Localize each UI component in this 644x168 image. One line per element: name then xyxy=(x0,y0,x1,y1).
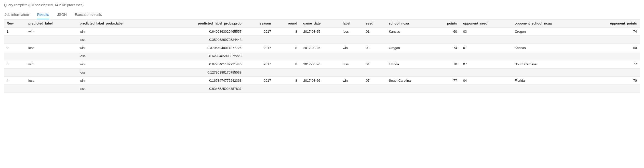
cell-empty xyxy=(584,52,640,60)
tab-execution-details[interactable]: Execution details xyxy=(74,10,102,19)
cell-seed: 04 xyxy=(363,60,386,68)
cell-round: 8 xyxy=(274,60,300,68)
cell-school-ncaa: Florida xyxy=(386,60,433,68)
cell-empty xyxy=(274,85,300,93)
cell-opponent-seed: 03 xyxy=(460,28,512,36)
tab-results[interactable]: Results xyxy=(37,10,50,19)
cell-season: 2017 xyxy=(245,28,274,36)
cell-predicted-label: loss xyxy=(25,44,76,52)
cell-opponent-points: 60 xyxy=(584,44,640,52)
cell-empty xyxy=(460,68,512,77)
cell-empty xyxy=(512,85,584,93)
cell-prob-label: loss xyxy=(77,36,161,44)
cell-season: 2017 xyxy=(245,77,274,85)
cell-empty xyxy=(4,36,25,44)
table-row: 3winwin0.8720461182921446201782017-03-26… xyxy=(4,60,640,68)
col-opponent-school-ncaa: opponent_school_ncaa xyxy=(512,19,584,28)
cell-opponent-points: 70 xyxy=(584,77,640,85)
cell-empty xyxy=(340,36,363,44)
cell-points: 70 xyxy=(433,60,460,68)
cell-prob-prob: 0.6409363020465557 xyxy=(161,28,245,36)
cell-empty xyxy=(25,36,76,44)
query-status: Query complete (0.3 sec elapsed, 14.2 KB… xyxy=(4,3,640,7)
col-points: points xyxy=(433,19,460,28)
cell-opponent-seed: 01 xyxy=(460,44,512,52)
cell-empty xyxy=(340,85,363,93)
cell-label: win xyxy=(340,77,363,85)
cell-empty xyxy=(584,85,640,93)
table-row-sub: loss0.8346525224757637 xyxy=(4,85,640,93)
table-row-sub: loss0.12795388170785538 xyxy=(4,68,640,77)
cell-empty xyxy=(433,85,460,93)
cell-prob-label: win xyxy=(77,60,161,68)
cell-empty xyxy=(584,68,640,77)
cell-opponent-points: 77 xyxy=(584,60,640,68)
col-seed: seed xyxy=(363,19,386,28)
cell-empty xyxy=(433,36,460,44)
cell-prob-prob: 0.6293405998572228 xyxy=(161,52,245,60)
cell-empty xyxy=(274,52,300,60)
result-tabs: Job information Results JSON Execution d… xyxy=(4,10,640,19)
tab-json[interactable]: JSON xyxy=(57,10,67,19)
cell-empty xyxy=(300,68,340,77)
cell-label: loss xyxy=(340,60,363,68)
col-row: Row xyxy=(4,19,25,28)
cell-predicted-label: win xyxy=(25,60,76,68)
cell-prob-prob: 0.8346525224757637 xyxy=(161,85,245,93)
col-round: round xyxy=(274,19,300,28)
cell-school-ncaa: Kansas xyxy=(386,28,433,36)
results-table: Row predicted_label predicted_label_prob… xyxy=(4,19,640,93)
cell-round: 8 xyxy=(274,28,300,36)
cell-prob-label: loss xyxy=(77,52,161,60)
cell-row: 3 xyxy=(4,60,25,68)
cell-opponent-school-ncaa: Kansas xyxy=(512,44,584,52)
table-row-sub: loss0.6293405998572228 xyxy=(4,52,640,60)
cell-empty xyxy=(340,68,363,77)
col-opponent-seed: opponent_seed xyxy=(460,19,512,28)
cell-prob-label: win xyxy=(77,44,161,52)
cell-opponent-seed: 07 xyxy=(460,60,512,68)
cell-label: win xyxy=(340,44,363,52)
cell-empty xyxy=(25,85,76,93)
cell-opponent-school-ncaa: Florida xyxy=(512,77,584,85)
cell-empty xyxy=(363,52,386,60)
cell-opponent-seed: 04 xyxy=(460,77,512,85)
cell-game-date: 2017-03-25 xyxy=(300,28,340,36)
cell-empty xyxy=(512,36,584,44)
cell-opponent-points: 74 xyxy=(584,28,640,36)
cell-empty xyxy=(386,68,433,77)
cell-empty xyxy=(300,36,340,44)
cell-empty xyxy=(386,52,433,60)
cell-prob-label: win xyxy=(77,77,161,85)
cell-prob-label: win xyxy=(77,28,161,36)
cell-game-date: 2017-03-25 xyxy=(300,44,340,52)
cell-points: 60 xyxy=(433,28,460,36)
table-header-row: Row predicted_label predicted_label_prob… xyxy=(4,19,640,28)
cell-row: 1 xyxy=(4,28,25,36)
cell-empty xyxy=(363,36,386,44)
table-row: 4losswin0.1653474775242363201782017-03-2… xyxy=(4,77,640,85)
cell-opponent-school-ncaa: Oregon xyxy=(512,28,584,36)
cell-game-date: 2017-03-26 xyxy=(300,77,340,85)
tab-job-information[interactable]: Job information xyxy=(4,10,30,19)
cell-season: 2017 xyxy=(245,44,274,52)
cell-empty xyxy=(245,68,274,77)
cell-label: loss xyxy=(340,28,363,36)
table-row: 2losswin0.37065940014277726201782017-03-… xyxy=(4,44,640,52)
cell-season: 2017 xyxy=(245,60,274,68)
cell-empty xyxy=(274,36,300,44)
table-row: 1winwin0.6409363020465557201782017-03-25… xyxy=(4,28,640,36)
cell-empty xyxy=(245,52,274,60)
cell-empty xyxy=(4,68,25,77)
cell-empty xyxy=(300,52,340,60)
cell-empty xyxy=(245,36,274,44)
cell-empty xyxy=(363,68,386,77)
cell-empty xyxy=(512,52,584,60)
col-game-date: game_date xyxy=(300,19,340,28)
table-row-sub: loss0.3590636979534443 xyxy=(4,36,640,44)
cell-empty xyxy=(363,85,386,93)
cell-empty xyxy=(300,85,340,93)
cell-empty xyxy=(340,52,363,60)
cell-prob-prob: 0.3590636979534443 xyxy=(161,36,245,44)
cell-empty xyxy=(512,68,584,77)
